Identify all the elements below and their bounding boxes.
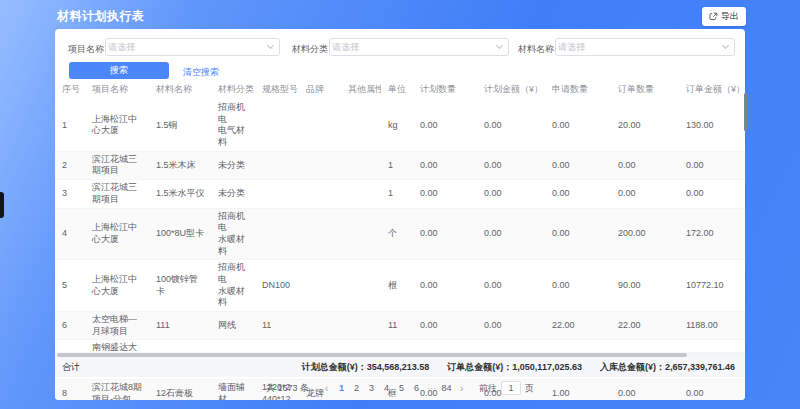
table-cell: 0.00 xyxy=(477,312,545,340)
summary-totals: 计划总金额(¥)：354,568,213.58 订单总金额(¥)：1,050,1… xyxy=(302,361,745,374)
table-cell: 0.00 xyxy=(477,151,545,179)
table-cell: 3 xyxy=(55,180,85,208)
search-button[interactable]: 搜索 xyxy=(69,62,169,79)
total-count: 共 1673 条 xyxy=(266,382,309,395)
table-cell: 100*8U型卡 xyxy=(149,208,211,260)
table-cell: 招商机电 水暖材料 xyxy=(211,208,255,260)
chevron-down-icon xyxy=(267,42,274,49)
table-row: 4上海松江中心大厦100*8U型卡招商机电 水暖材料个0.000.000.002… xyxy=(55,208,745,260)
table-header-row: 序号项目名称材料名称材料分类规格型号品牌其他属性单位计划数量计划金额（¥）申请数… xyxy=(55,78,745,100)
table-cell: 上海松江中心大厦 xyxy=(85,100,149,151)
table-cell xyxy=(299,208,341,260)
page-button[interactable]: 3 xyxy=(364,382,379,394)
page-button[interactable]: 1 xyxy=(334,382,349,394)
table-cell xyxy=(299,180,341,208)
table-cell: 22.00 xyxy=(545,312,611,340)
table-cell xyxy=(255,151,299,179)
material-category-select[interactable] xyxy=(329,38,509,56)
goto-prefix: 前往 xyxy=(479,382,497,395)
material-category-input[interactable] xyxy=(332,42,497,52)
column-header: 品牌 xyxy=(299,78,341,100)
table-cell: 2 xyxy=(55,151,85,179)
page-button[interactable]: 4 xyxy=(379,382,394,394)
table-cell: 未分类 xyxy=(211,151,255,179)
page-button[interactable]: 5 xyxy=(394,382,409,394)
goto-page: 前往 页 xyxy=(479,381,534,395)
prev-page-button[interactable]: ‹ xyxy=(319,383,334,394)
table-cell: 招商机电 电气材料 xyxy=(211,100,255,151)
export-button[interactable]: 导出 xyxy=(702,7,746,26)
table-cell: 90.00 xyxy=(611,260,679,312)
goto-suffix: 页 xyxy=(525,382,534,395)
table-cell: 4 xyxy=(55,208,85,260)
table-cell: 1.5铜 xyxy=(149,100,211,151)
table-cell xyxy=(341,180,381,208)
table-cell: 1.5米水平仪 xyxy=(149,180,211,208)
table-cell: 0.00 xyxy=(413,180,477,208)
pagination: 共 1673 条 ‹ 123456···84 › 前往 页 xyxy=(55,377,745,399)
table-cell xyxy=(299,100,341,151)
column-header: 计划数量 xyxy=(413,78,477,100)
table-cell: 1188.00 xyxy=(679,312,745,340)
planned-total: 计划总金额(¥)：354,568,213.58 xyxy=(302,361,430,374)
page-button[interactable]: 6 xyxy=(409,382,424,394)
left-edge-handle[interactable] xyxy=(0,192,4,218)
next-page-button[interactable]: › xyxy=(454,383,469,394)
page-list: 123456···84 xyxy=(334,382,454,394)
table-cell: 22.00 xyxy=(611,312,679,340)
table-cell: 0.00 xyxy=(679,151,745,179)
horizontal-scrollbar-thumb[interactable] xyxy=(57,353,687,357)
column-header: 其他属性 xyxy=(341,78,381,100)
column-header: 材料名称 xyxy=(149,78,211,100)
project-name-select[interactable] xyxy=(105,38,280,56)
page-button[interactable]: 2 xyxy=(349,382,364,394)
table-cell: 滨江花城三期项目 xyxy=(85,180,149,208)
material-name-input[interactable] xyxy=(558,42,723,52)
column-header: 规格型号 xyxy=(255,78,299,100)
page-button[interactable]: 84 xyxy=(439,382,454,394)
table-cell: 0.00 xyxy=(545,100,611,151)
column-header: 计划金额（¥） xyxy=(477,78,545,100)
table-cell: 100镀锌管卡 xyxy=(149,260,211,312)
table-cell: 0.00 xyxy=(477,260,545,312)
table-cell: 0.00 xyxy=(413,312,477,340)
table-cell: 0.00 xyxy=(545,151,611,179)
table-cell: 1 xyxy=(55,100,85,151)
table-cell: 未分类 xyxy=(211,180,255,208)
table-cell: 11 xyxy=(255,312,299,340)
table-cell xyxy=(299,312,341,340)
summary-label: 合计 xyxy=(62,361,80,374)
inbound-total: 入库总金额(¥)：2,657,339,761.46 xyxy=(600,361,735,374)
goto-page-input[interactable] xyxy=(501,381,521,395)
material-name-select[interactable] xyxy=(555,38,735,56)
column-header: 序号 xyxy=(55,78,85,100)
order-total: 订单总金额(¥)：1,050,117,025.63 xyxy=(447,361,582,374)
export-label: 导出 xyxy=(721,10,739,23)
table-cell: 172.00 xyxy=(679,208,745,260)
table-cell: 上海松江中心大厦 xyxy=(85,260,149,312)
table-cell xyxy=(299,260,341,312)
table-cell: 滨江花城三期项目 xyxy=(85,151,149,179)
table-cell: 招商机电 水暖材料 xyxy=(211,260,255,312)
table-cell: 0.00 xyxy=(545,260,611,312)
table-row: 1上海松江中心大厦1.5铜招商机电 电气材料kg0.000.000.0020.0… xyxy=(55,100,745,151)
project-name-input[interactable] xyxy=(108,42,268,52)
vertical-scrollbar-thumb[interactable] xyxy=(744,93,747,131)
table-cell xyxy=(341,100,381,151)
column-header: 材料分类 xyxy=(211,78,255,100)
table-cell: 0.00 xyxy=(545,208,611,260)
table-cell: 网线 xyxy=(211,312,255,340)
column-header: 申请数量 xyxy=(545,78,611,100)
table-cell: 1 xyxy=(381,151,413,179)
chevron-down-icon xyxy=(722,42,729,49)
table-cell: 1 xyxy=(381,180,413,208)
page-title: 材料计划执行表 xyxy=(57,8,145,25)
table-cell: 0.00 xyxy=(413,260,477,312)
filter-label-project: 项目名称 xyxy=(68,43,104,56)
table-cell: 0.00 xyxy=(477,180,545,208)
table-cell: 0.00 xyxy=(545,180,611,208)
table-cell xyxy=(341,151,381,179)
table-cell: 0.00 xyxy=(477,208,545,260)
table-cell xyxy=(341,208,381,260)
table-cell: 个 xyxy=(381,208,413,260)
